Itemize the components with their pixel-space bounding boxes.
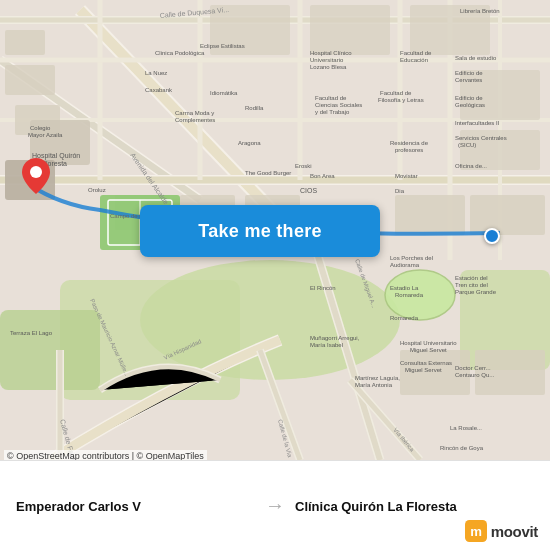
from-to-container: Emperador Carlos V → Clínica Quirón La F… (16, 494, 534, 517)
route-arrow: → (255, 494, 295, 517)
route-row: Emperador Carlos V → Clínica Quirón La F… (0, 461, 550, 550)
svg-text:Oroluz: Oroluz (88, 187, 106, 193)
svg-text:Complementes: Complementes (175, 117, 215, 123)
svg-text:The Good Burger: The Good Burger (245, 170, 291, 176)
svg-text:Filosofía y Letras: Filosofía y Letras (378, 97, 424, 103)
svg-rect-3 (0, 310, 100, 390)
svg-point-109 (30, 166, 42, 178)
svg-text:Carma Moda y: Carma Moda y (175, 110, 214, 116)
svg-text:El Rincón: El Rincón (310, 285, 336, 291)
svg-text:Idiomátika: Idiomátika (210, 90, 238, 96)
svg-text:María Isabel: María Isabel (310, 342, 343, 348)
svg-text:Rodilla: Rodilla (245, 105, 264, 111)
svg-text:Estación del: Estación del (455, 275, 488, 281)
svg-rect-16 (5, 65, 55, 95)
svg-text:profesores: profesores (395, 147, 423, 153)
svg-text:Doctor Cerr...: Doctor Cerr... (455, 365, 491, 371)
svg-text:Hospital Universitario: Hospital Universitario (400, 340, 457, 346)
svg-text:Cervantes: Cervantes (455, 77, 482, 83)
svg-text:Muñagorri Arregui,: Muñagorri Arregui, (310, 335, 360, 341)
svg-text:Martínez Laguía,: Martínez Laguía, (355, 375, 400, 381)
svg-text:Consultas Externas: Consultas Externas (400, 360, 452, 366)
app-container: Hospital Quirón La Floresta Campo de Fút… (0, 0, 550, 550)
svg-text:Interfacultades II: Interfacultades II (455, 120, 500, 126)
svg-text:Facultad de: Facultad de (380, 90, 412, 96)
svg-rect-15 (5, 30, 45, 55)
svg-text:Audiorama: Audiorama (390, 262, 420, 268)
svg-text:Estadio La: Estadio La (390, 285, 419, 291)
moovit-label: moovit (491, 523, 538, 540)
svg-text:Ciencias Sociales: Ciencias Sociales (315, 102, 362, 108)
destination-box: Clínica Quirón La Floresta (295, 498, 534, 514)
svg-text:Sala de estudio: Sala de estudio (455, 55, 497, 61)
bottom-bar: Emperador Carlos V → Clínica Quirón La F… (0, 460, 550, 550)
svg-text:Aragona: Aragona (238, 140, 261, 146)
svg-text:Centauro Qu...: Centauro Qu... (455, 372, 495, 378)
svg-text:Facultad de: Facultad de (315, 95, 347, 101)
svg-text:Dia: Dia (395, 188, 405, 194)
svg-rect-28 (470, 195, 545, 235)
svg-text:La Nuez: La Nuez (145, 70, 167, 76)
destination-marker (484, 228, 500, 244)
destination-name: Clínica Quirón La Floresta (295, 499, 534, 514)
svg-text:Geológicas: Geológicas (455, 102, 485, 108)
svg-text:Eclipse Estilistas: Eclipse Estilistas (200, 43, 245, 49)
svg-text:María Antonia: María Antonia (355, 382, 393, 388)
svg-text:Universitario: Universitario (310, 57, 344, 63)
svg-text:Bon Area: Bon Area (310, 173, 335, 179)
svg-text:Terraza El Lago: Terraza El Lago (10, 330, 53, 336)
svg-text:Edificio de: Edificio de (455, 70, 483, 76)
svg-text:Educación: Educación (400, 57, 428, 63)
svg-text:Lozano Blesa: Lozano Blesa (310, 64, 347, 70)
svg-text:Caxabank: Caxabank (145, 87, 173, 93)
svg-rect-27 (395, 195, 465, 235)
svg-text:Librería Bretón: Librería Bretón (460, 8, 500, 14)
svg-text:Rincón de Goya: Rincón de Goya (440, 445, 484, 451)
svg-text:CIOS: CIOS (300, 187, 317, 194)
svg-text:Edificio de: Edificio de (455, 95, 483, 101)
take-me-there-button[interactable]: Take me there (140, 205, 380, 257)
svg-text:Romareda: Romareda (395, 292, 424, 298)
origin-box: Emperador Carlos V (16, 498, 255, 514)
svg-text:Miguel Servet: Miguel Servet (405, 367, 442, 373)
moovit-logo: m moovit (465, 520, 538, 542)
svg-text:Parque Grande: Parque Grande (455, 289, 497, 295)
svg-text:Servicios Centrales: Servicios Centrales (455, 135, 507, 141)
button-label: Take me there (198, 221, 322, 242)
svg-text:Hospital Clínico: Hospital Clínico (310, 50, 352, 56)
svg-text:Mayor Azaila: Mayor Azaila (28, 132, 63, 138)
moovit-icon: m (465, 520, 487, 542)
svg-text:Residencia de: Residencia de (390, 140, 429, 146)
svg-text:m: m (470, 524, 482, 539)
svg-text:Eroski: Eroski (295, 163, 312, 169)
svg-text:Colegio: Colegio (30, 125, 51, 131)
svg-text:La Rosale...: La Rosale... (450, 425, 482, 431)
svg-text:Miguel Servet: Miguel Servet (410, 347, 447, 353)
svg-text:Oficina de...: Oficina de... (455, 163, 487, 169)
svg-text:Clinica Podológica: Clinica Podológica (155, 50, 205, 56)
origin-name: Emperador Carlos V (16, 499, 255, 514)
svg-rect-20 (310, 5, 390, 55)
svg-text:Movistar: Movistar (395, 173, 418, 179)
svg-text:Los Porches del: Los Porches del (390, 255, 433, 261)
svg-text:Romareda: Romareda (390, 315, 419, 321)
svg-text:Tren cito del: Tren cito del (455, 282, 488, 288)
svg-text:y del Trabajo: y del Trabajo (315, 109, 350, 115)
svg-text:(SICU): (SICU) (458, 142, 476, 148)
svg-text:Facultad de: Facultad de (400, 50, 432, 56)
origin-marker (22, 158, 50, 186)
